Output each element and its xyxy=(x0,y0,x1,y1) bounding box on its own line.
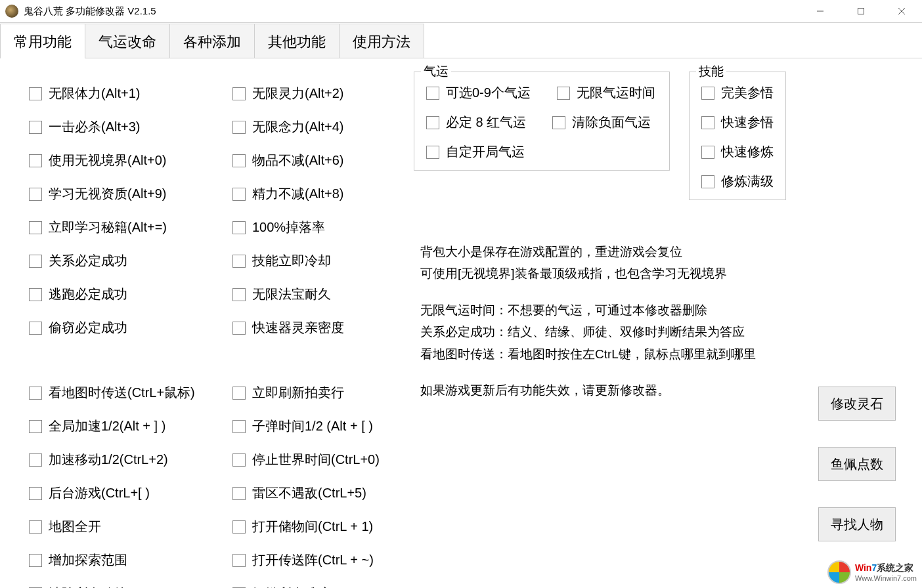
opt-mid-2-label: 物品不减(Alt+6) xyxy=(252,152,343,169)
skill-3-label: 修炼满级 xyxy=(721,173,774,190)
qiyun-1-1-checkbox[interactable] xyxy=(552,116,565,129)
qiyun-2-0-label: 自定开局气运 xyxy=(446,143,525,161)
opt-mid-1-label: 无限念力(Alt+4) xyxy=(252,118,343,136)
opt-mid-3[interactable]: 精力不减(Alt+8) xyxy=(232,185,416,203)
maximize-button[interactable] xyxy=(841,0,881,22)
opt-left-12[interactable]: 后台游戏(CtrL+[ ) xyxy=(29,484,232,502)
qiyun-2-0-checkbox[interactable] xyxy=(426,146,439,159)
skill-2-checkbox[interactable] xyxy=(701,146,714,159)
opt-mid-5[interactable]: 技能立即冷却 xyxy=(232,252,416,270)
opt-left-7-checkbox[interactable] xyxy=(29,322,42,335)
opt-mid-3-checkbox[interactable] xyxy=(232,188,246,201)
opt-left-10-checkbox[interactable] xyxy=(29,420,42,433)
opt-left-4[interactable]: 立即学习秘籍(Alt+=) xyxy=(29,219,232,236)
edit-lingshi-button[interactable]: 修改灵石 xyxy=(818,387,896,421)
close-button[interactable] xyxy=(881,0,922,22)
qiyun-1-0-checkbox[interactable] xyxy=(426,116,439,129)
groupbox-skill-title: 技能 xyxy=(696,63,726,80)
tab-other[interactable]: 其他功能 xyxy=(254,24,340,58)
opt-mid-10-checkbox[interactable] xyxy=(232,420,246,433)
find-character-button[interactable]: 寻找人物 xyxy=(818,507,896,541)
opt-mid-14-checkbox[interactable] xyxy=(232,554,246,567)
opt-mid-2[interactable]: 物品不减(Alt+6) xyxy=(232,152,416,169)
opt-left-0[interactable]: 无限体力(Alt+1) xyxy=(29,85,232,102)
opt-left-2[interactable]: 使用无视境界(Alt+0) xyxy=(29,152,232,169)
qiyun-1-0[interactable]: 必定 8 红气运 xyxy=(426,114,526,131)
qiyun-0-1[interactable]: 无限气运时间 xyxy=(557,84,655,102)
qiyun-0-0[interactable]: 可选0-9个气运 xyxy=(426,84,531,102)
opt-mid-13[interactable]: 打开储物间(CtrL + 1) xyxy=(232,518,416,536)
opt-mid-6-checkbox[interactable] xyxy=(232,288,246,301)
opt-mid-15[interactable]: 解锁所有难度 xyxy=(232,585,416,588)
yupei-points-button[interactable]: 鱼佩点数 xyxy=(818,447,896,481)
skill-0-checkbox[interactable] xyxy=(701,87,714,100)
opt-left-12-checkbox[interactable] xyxy=(29,487,42,500)
opt-left-5-checkbox[interactable] xyxy=(29,255,42,268)
opt-left-1-label: 一击必杀(Alt+3) xyxy=(49,118,140,136)
opt-left-5[interactable]: 关系必定成功 xyxy=(29,252,232,270)
opt-mid-12[interactable]: 雷区不遇敌(CtrL+5) xyxy=(232,484,416,502)
opt-left-3-label: 学习无视资质(Alt+9) xyxy=(49,185,166,203)
minimize-button[interactable] xyxy=(800,0,841,22)
qiyun-0-0-checkbox[interactable] xyxy=(426,87,439,100)
qiyun-0-1-checkbox[interactable] xyxy=(557,87,570,100)
opt-left-1-checkbox[interactable] xyxy=(29,121,42,134)
skill-2[interactable]: 快速修炼 xyxy=(701,143,774,161)
opt-mid-0-checkbox[interactable] xyxy=(232,87,246,100)
opt-left-9-label: 看地图时传送(CtrL+鼠标) xyxy=(49,384,195,402)
opt-mid-7[interactable]: 快速器灵亲密度 xyxy=(232,319,416,337)
tab-luck[interactable]: 气运改命 xyxy=(85,24,170,58)
skill-1-checkbox[interactable] xyxy=(701,116,714,129)
opt-left-6-checkbox[interactable] xyxy=(29,288,42,301)
opt-mid-0[interactable]: 无限灵力(Alt+2) xyxy=(232,85,416,102)
opt-left-10[interactable]: 全局加速1/2(Alt + ] ) xyxy=(29,417,232,435)
opt-mid-11[interactable]: 停止世界时间(CtrL+0) xyxy=(232,451,416,469)
skill-3-checkbox[interactable] xyxy=(701,175,714,188)
opt-mid-11-checkbox[interactable] xyxy=(232,453,246,467)
opt-mid-13-checkbox[interactable] xyxy=(232,520,246,534)
opt-left-11[interactable]: 加速移动1/2(CtrL+2) xyxy=(29,451,232,469)
tab-common[interactable]: 常用功能 xyxy=(0,24,85,58)
opt-left-9[interactable]: 看地图时传送(CtrL+鼠标) xyxy=(29,384,232,402)
opt-mid-7-checkbox[interactable] xyxy=(232,322,246,335)
opt-left-1[interactable]: 一击必杀(Alt+3) xyxy=(29,118,232,136)
opt-left-3-checkbox[interactable] xyxy=(29,188,42,201)
opt-left-2-checkbox[interactable] xyxy=(29,154,42,167)
opt-mid-2-checkbox[interactable] xyxy=(232,154,246,167)
opt-mid-4[interactable]: 100%掉落率 xyxy=(232,219,416,236)
qiyun-2-0[interactable]: 自定开局气运 xyxy=(426,143,525,161)
svg-rect-1 xyxy=(858,9,864,14)
opt-mid-6[interactable]: 无限法宝耐久 xyxy=(232,285,416,303)
opt-left-11-checkbox[interactable] xyxy=(29,453,42,467)
qiyun-1-1[interactable]: 清除负面气运 xyxy=(552,114,651,131)
opt-left-7[interactable]: 偷窃必定成功 xyxy=(29,319,232,337)
opt-mid-9[interactable]: 立即刷新拍卖行 xyxy=(232,384,416,402)
opt-mid-1-checkbox[interactable] xyxy=(232,121,246,134)
opt-left-13-checkbox[interactable] xyxy=(29,520,42,534)
opt-left-15[interactable]: 清除所有秘籍(CtrL+\ ) xyxy=(29,585,232,588)
skill-3[interactable]: 修炼满级 xyxy=(701,173,774,190)
skill-1[interactable]: 快速参悟 xyxy=(701,114,774,131)
opt-left-13[interactable]: 地图全开 xyxy=(29,518,232,536)
opt-mid-5-checkbox[interactable] xyxy=(232,255,246,268)
opt-mid-9-checkbox[interactable] xyxy=(232,387,246,400)
opt-left-3[interactable]: 学习无视资质(Alt+9) xyxy=(29,185,232,203)
skill-0[interactable]: 完美参悟 xyxy=(701,84,774,102)
window-buttons xyxy=(800,0,922,22)
opt-left-0-checkbox[interactable] xyxy=(29,87,42,100)
qiyun-1-1-label: 清除负面气运 xyxy=(572,114,651,131)
opt-left-14[interactable]: 增加探索范围 xyxy=(29,551,232,569)
opt-mid-1[interactable]: 无限念力(Alt+4) xyxy=(232,118,416,136)
opt-mid-12-checkbox[interactable] xyxy=(232,487,246,500)
opt-mid-12-label: 雷区不遇敌(CtrL+5) xyxy=(252,484,366,502)
opt-mid-4-checkbox[interactable] xyxy=(232,221,246,234)
opt-left-6[interactable]: 逃跑必定成功 xyxy=(29,285,232,303)
tab-add[interactable]: 各种添加 xyxy=(169,24,255,58)
opt-mid-14-label: 打开传送阵(CtrL + ~) xyxy=(252,551,374,569)
opt-mid-14[interactable]: 打开传送阵(CtrL + ~) xyxy=(232,551,416,569)
opt-left-14-checkbox[interactable] xyxy=(29,554,42,567)
tab-help[interactable]: 使用方法 xyxy=(339,24,424,58)
opt-left-4-checkbox[interactable] xyxy=(29,221,42,234)
opt-mid-10[interactable]: 子弹时间1/2 (Alt + [ ) xyxy=(232,417,416,435)
opt-left-9-checkbox[interactable] xyxy=(29,387,42,400)
